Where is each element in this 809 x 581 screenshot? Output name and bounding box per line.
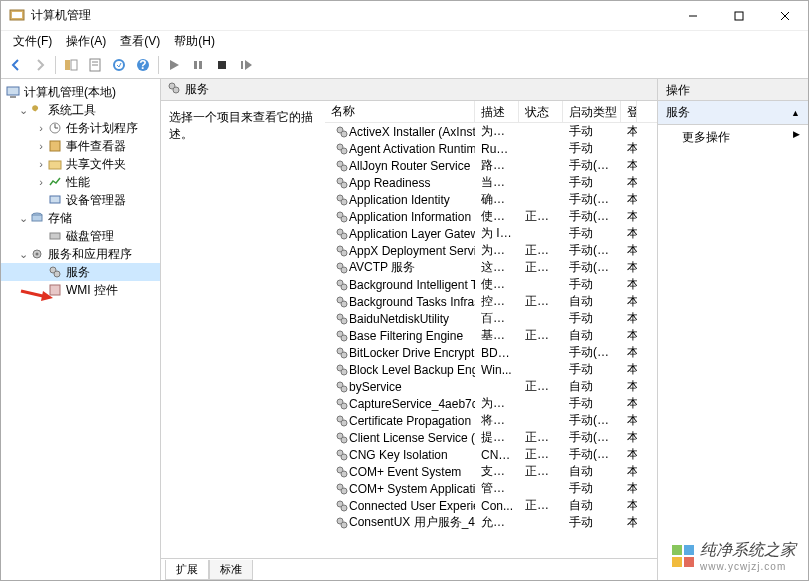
service-logon: 本 [621, 412, 637, 429]
service-row[interactable]: Application Identity确定 ...手动(触发...本 [325, 191, 657, 208]
start-service-button[interactable] [163, 54, 185, 76]
service-row[interactable]: Agent Activation Runtime ...Runt...手动本 [325, 140, 657, 157]
service-gear-icon [335, 431, 349, 445]
main-area: 计算机管理(本地) ⌄系统工具 ›任务计划程序 ›事件查看器 ›共享文件夹 ›性… [1, 79, 808, 580]
service-row[interactable]: AppX Deployment Service ...为部 ...正在...手动… [325, 242, 657, 259]
maximize-button[interactable] [716, 1, 762, 30]
description-pane: 选择一个项目来查看它的描述。 [161, 101, 325, 558]
col-name[interactable]: 名称 [325, 101, 475, 122]
toolbar: ? [1, 51, 808, 79]
service-logon: 本 [621, 191, 637, 208]
tree-system-tools[interactable]: ⌄系统工具 [1, 101, 160, 119]
service-startup: 手动 [563, 395, 621, 412]
service-row[interactable]: Application Layer Gateway ...为 In...手动本 [325, 225, 657, 242]
svg-rect-15 [194, 61, 197, 69]
tree-shared-folders[interactable]: ›共享文件夹 [1, 155, 160, 173]
tree-services-apps[interactable]: ⌄服务和应用程序 [1, 245, 160, 263]
menu-action[interactable]: 操作(A) [60, 31, 112, 52]
service-row[interactable]: Base Filtering Engine基本 ...正在...自动本 [325, 327, 657, 344]
service-row[interactable]: ActiveX Installer (AxInstSV)为从 ...手动本 [325, 123, 657, 140]
service-row[interactable]: Block Level Backup Engine ...Win...手动本 [325, 361, 657, 378]
service-gear-icon [335, 159, 349, 173]
service-row[interactable]: Certificate Propagation将用 ...手动(触发...本 [325, 412, 657, 429]
service-row[interactable]: Background Intelligent Tra...使用 ...手动本 [325, 276, 657, 293]
service-row[interactable]: AllJoyn Router Service路由 ...手动(触发...本 [325, 157, 657, 174]
collapse-icon[interactable]: ⌄ [17, 248, 29, 261]
service-row[interactable]: Application Information使用 ...正在...手动(触发.… [325, 208, 657, 225]
expand-icon[interactable]: › [35, 122, 47, 134]
service-row[interactable]: CNG Key IsolationCNG ...正在...手动(触发...本 [325, 446, 657, 463]
service-gear-icon [335, 278, 349, 292]
service-status: 正在... [519, 208, 563, 225]
expand-icon[interactable]: › [35, 140, 47, 152]
close-button[interactable] [762, 1, 808, 30]
forward-button[interactable] [29, 54, 51, 76]
tree-root[interactable]: 计算机管理(本地) [1, 83, 160, 101]
service-row[interactable]: BitLocker Drive Encryption ...BDE...手动(触… [325, 344, 657, 361]
help-button[interactable]: ? [132, 54, 154, 76]
service-logon: 本 [621, 395, 637, 412]
export-button[interactable] [108, 54, 130, 76]
collapse-icon[interactable]: ⌄ [17, 212, 29, 225]
tree-task-scheduler[interactable]: ›任务计划程序 [1, 119, 160, 137]
service-desc: 百度 ... [475, 310, 519, 327]
service-status: 正在... [519, 463, 563, 480]
service-row[interactable]: AVCTP 服务这是 ...正在...手动(触发...本 [325, 259, 657, 276]
collapse-icon[interactable]: ⌄ [17, 104, 29, 117]
navigation-tree[interactable]: 计算机管理(本地) ⌄系统工具 ›任务计划程序 ›事件查看器 ›共享文件夹 ›性… [1, 79, 161, 580]
expand-icon[interactable]: › [35, 158, 47, 170]
tree-services[interactable]: 服务 [1, 263, 160, 281]
service-row[interactable]: Client License Service (Clip...提供 ...正在.… [325, 429, 657, 446]
service-gear-icon [335, 516, 349, 530]
service-row[interactable]: Background Tasks Infrastru...控制 ...正在...… [325, 293, 657, 310]
service-name: Background Intelligent Tra... [349, 278, 475, 292]
menu-file[interactable]: 文件(F) [7, 31, 58, 52]
col-startup[interactable]: 启动类型 [563, 101, 621, 122]
services-list: 名称 描述 状态 启动类型 登 ActiveX Installer (AxIns… [325, 101, 657, 558]
service-gear-icon [335, 380, 349, 394]
actions-section[interactable]: 服务 ▲ [658, 101, 808, 125]
service-row[interactable]: CaptureService_4aeb7ca为调 ...手动本 [325, 395, 657, 412]
minimize-button[interactable] [670, 1, 716, 30]
service-row[interactable]: Connected User Experienc...Con...正在...自动… [325, 497, 657, 514]
actions-more[interactable]: 更多操作 ▶ [658, 125, 808, 150]
performance-icon [47, 174, 63, 190]
tab-standard[interactable]: 标准 [209, 560, 253, 580]
menu-view[interactable]: 查看(V) [114, 31, 166, 52]
tree-wmi[interactable]: WMI 控件 [1, 281, 160, 299]
back-button[interactable] [5, 54, 27, 76]
svg-text:?: ? [139, 58, 146, 72]
col-status[interactable]: 状态 [519, 101, 563, 122]
tree-device-manager[interactable]: 设备管理器 [1, 191, 160, 209]
pause-service-button[interactable] [187, 54, 209, 76]
service-name: AppX Deployment Service ... [349, 244, 475, 258]
service-row[interactable]: BaiduNetdiskUtility百度 ...手动本 [325, 310, 657, 327]
tab-extended[interactable]: 扩展 [165, 560, 209, 580]
list-rows[interactable]: ActiveX Installer (AxInstSV)为从 ...手动本Age… [325, 123, 657, 558]
service-gear-icon [335, 397, 349, 411]
svg-rect-26 [49, 161, 61, 169]
stop-service-button[interactable] [211, 54, 233, 76]
tree-disk-management[interactable]: 磁盘管理 [1, 227, 160, 245]
service-row[interactable]: byService正在...自动本 [325, 378, 657, 395]
col-logon[interactable]: 登 [621, 101, 637, 122]
service-status: 正在... [519, 429, 563, 446]
properties-button[interactable] [84, 54, 106, 76]
expand-icon[interactable]: › [35, 176, 47, 188]
restart-service-button[interactable] [235, 54, 257, 76]
tree-performance[interactable]: ›性能 [1, 173, 160, 191]
svg-point-11 [114, 60, 124, 70]
tree-event-viewer[interactable]: ›事件查看器 [1, 137, 160, 155]
col-description[interactable]: 描述 [475, 101, 519, 122]
chevron-right-icon: ▶ [793, 129, 800, 139]
service-logon: 本 [621, 429, 637, 446]
show-hide-tree-button[interactable] [60, 54, 82, 76]
service-row[interactable]: COM+ Event System支持 ...正在...自动本 [325, 463, 657, 480]
service-row[interactable]: App Readiness当用 ...手动本 [325, 174, 657, 191]
menu-help[interactable]: 帮助(H) [168, 31, 221, 52]
service-row[interactable]: COM+ System Application管理 ...手动本 [325, 480, 657, 497]
service-row[interactable]: ConsentUX 用户服务_4aeb...允许 ...手动本 [325, 514, 657, 531]
tree-storage[interactable]: ⌄存储 [1, 209, 160, 227]
service-gear-icon [335, 363, 349, 377]
svg-rect-30 [50, 233, 60, 239]
